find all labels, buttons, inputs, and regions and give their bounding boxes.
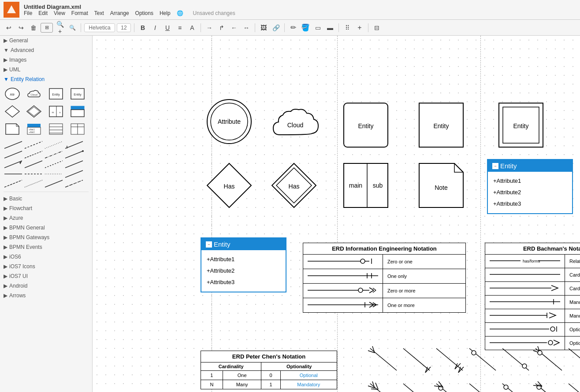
line-20[interactable]: [64, 179, 84, 188]
line-15[interactable]: [44, 170, 63, 178]
pen-color-button[interactable]: ✏: [288, 22, 298, 33]
image-button[interactable]: 🖼: [258, 22, 269, 33]
sidebar-item-images[interactable]: ▶ Images: [0, 55, 92, 65]
sidebar-item-bpmn-gateways[interactable]: ▶ BPMN Gateways: [0, 233, 92, 242]
entity-2-shape[interactable]: Entity: [417, 101, 465, 149]
line-1[interactable]: [4, 141, 23, 149]
line-19[interactable]: [44, 179, 63, 188]
menu-file[interactable]: File: [24, 10, 32, 16]
line-6[interactable]: [24, 150, 43, 159]
sidebar-item-general[interactable]: ▶ General: [0, 36, 92, 45]
font-selector[interactable]: Helvetica: [84, 23, 115, 32]
line-18[interactable]: [24, 179, 43, 188]
shape-table-2[interactable]: [69, 121, 86, 137]
arrow-both-button[interactable]: ↔: [241, 22, 252, 33]
underline-button[interactable]: U: [162, 22, 173, 33]
entity-1-shape[interactable]: Entity: [342, 101, 390, 149]
undo-button[interactable]: ↩: [4, 22, 14, 33]
menu-format[interactable]: Format: [71, 10, 88, 16]
arrow-right-button[interactable]: →: [204, 22, 215, 33]
sidebar-item-ios6[interactable]: ▶ iOS6: [0, 252, 92, 262]
rect-fill-button[interactable]: ▬: [325, 22, 335, 33]
split-entity-shape[interactable]: main sub: [342, 161, 390, 210]
bachman-row-optional-one: Optional, One: [485, 323, 580, 337]
sidebar-item-ios7-icons[interactable]: ▶ iOS7 Icons: [0, 262, 92, 271]
rect-button[interactable]: ▭: [312, 22, 323, 33]
align-center-button[interactable]: A: [187, 22, 197, 33]
menu-options[interactable]: Options: [135, 10, 153, 16]
canvas-area[interactable]: Attribute Cloud Entity: [93, 36, 580, 392]
sidebar-item-advanced[interactable]: ▼ Advanced: [0, 45, 92, 55]
line-10[interactable]: [24, 160, 43, 169]
entity-minimize-left[interactable]: −: [206, 241, 212, 248]
zoom-in-button[interactable]: 🔍+: [55, 22, 65, 33]
sidebar-item-arrows[interactable]: ▶ Arrows: [0, 291, 92, 300]
line-4[interactable]: [64, 141, 84, 149]
line-13[interactable]: [4, 170, 23, 178]
canvas[interactable]: Attribute Cloud Entity: [93, 36, 577, 392]
shape-entity-label[interactable]: Entity: [69, 86, 86, 102]
sidebar-item-ios7-ui[interactable]: ▶ iOS7 UI: [0, 271, 92, 281]
sidebar-item-azure[interactable]: ▶ Azure: [0, 213, 92, 223]
entity-blue-right[interactable]: − Entity +Attribute1 +Attribute2 +Attrib…: [487, 159, 573, 214]
line-11[interactable]: [44, 160, 63, 169]
arrow-left-button[interactable]: ←: [229, 22, 239, 33]
add-shape-button[interactable]: +: [354, 22, 365, 33]
align-left-button[interactable]: ≡: [175, 22, 185, 33]
line-12[interactable]: [64, 160, 84, 169]
has-diamond-1-shape[interactable]: Has: [205, 161, 253, 210]
sidebar-item-uml[interactable]: ▶ UML: [0, 65, 92, 74]
font-size-selector[interactable]: 12: [117, 23, 131, 32]
entity-blue-left[interactable]: − Entity +Attribute1 +Attribute2 +Attrib…: [201, 237, 286, 292]
shape-entity-attrs[interactable]: +Attr1 +Attr2: [25, 121, 43, 137]
shape-note[interactable]: [4, 121, 21, 137]
redo-button[interactable]: ↪: [16, 22, 26, 33]
menu-edit[interactable]: Edit: [38, 10, 48, 16]
grid-button[interactable]: ⠿: [342, 22, 353, 33]
menu-arrange[interactable]: Arrange: [110, 10, 129, 16]
shape-split-entity[interactable]: m s: [47, 104, 65, 119]
line-16[interactable]: [64, 170, 84, 178]
shape-cloud[interactable]: Cloud: [25, 86, 43, 102]
sidebar-item-flowchart[interactable]: ▶ Flowchart: [0, 203, 92, 213]
entity-3-shape[interactable]: Entity: [497, 101, 545, 149]
italic-button[interactable]: I: [150, 22, 160, 33]
shape-entity-blue[interactable]: [69, 104, 86, 119]
line-2[interactable]: [24, 141, 43, 149]
line-8[interactable]: [64, 150, 84, 159]
shape-diamond-1[interactable]: [4, 104, 21, 119]
attribute-shape[interactable]: Attribute: [205, 97, 253, 146]
zoom-out-button[interactable]: 🔍: [67, 22, 78, 33]
entity-minimize-right[interactable]: −: [492, 163, 498, 169]
fit-page-button[interactable]: ⊞: [41, 23, 53, 33]
shape-entity-plain[interactable]: Entity: [47, 86, 65, 102]
fill-color-button[interactable]: 🪣: [300, 22, 311, 33]
line-7[interactable]: [44, 150, 63, 159]
menu-text[interactable]: Text: [94, 10, 104, 16]
sidebar-item-bpmn-events[interactable]: ▶ BPMN Events: [0, 242, 92, 252]
line-9[interactable]: [4, 160, 23, 169]
line-5[interactable]: [4, 150, 23, 159]
note-shape[interactable]: Note: [417, 161, 465, 210]
arrow-bend-button[interactable]: ↱: [216, 22, 227, 33]
shape-diamond-2[interactable]: [25, 104, 43, 119]
line-17[interactable]: [4, 179, 23, 188]
sidebar-item-entity-relation[interactable]: ▼ Entity Relation: [0, 74, 92, 84]
bachman-row-card-one: Cardinality (One): [485, 268, 580, 282]
line-14[interactable]: [24, 170, 43, 178]
has-diamond-2-shape[interactable]: Has: [270, 161, 318, 210]
sidebar-item-android[interactable]: ▶ Android: [0, 281, 92, 291]
menu-help[interactable]: Help: [160, 10, 171, 16]
cloud-shape[interactable]: Cloud: [269, 102, 322, 146]
delete-button[interactable]: 🗑: [28, 22, 39, 33]
shape-table[interactable]: [47, 121, 65, 137]
link-button[interactable]: 🔗: [271, 22, 281, 33]
panel-button[interactable]: ⊟: [372, 22, 382, 33]
line-3[interactable]: [44, 141, 63, 149]
menu-globe[interactable]: 🌐: [177, 10, 183, 16]
shape-attribute[interactable]: Attr: [4, 86, 21, 102]
menu-view[interactable]: View: [54, 10, 65, 16]
sidebar-item-basic[interactable]: ▶ Basic: [0, 194, 92, 203]
sidebar-item-bpmn-general[interactable]: ▶ BPMN General: [0, 223, 92, 233]
bold-button[interactable]: B: [138, 22, 148, 33]
